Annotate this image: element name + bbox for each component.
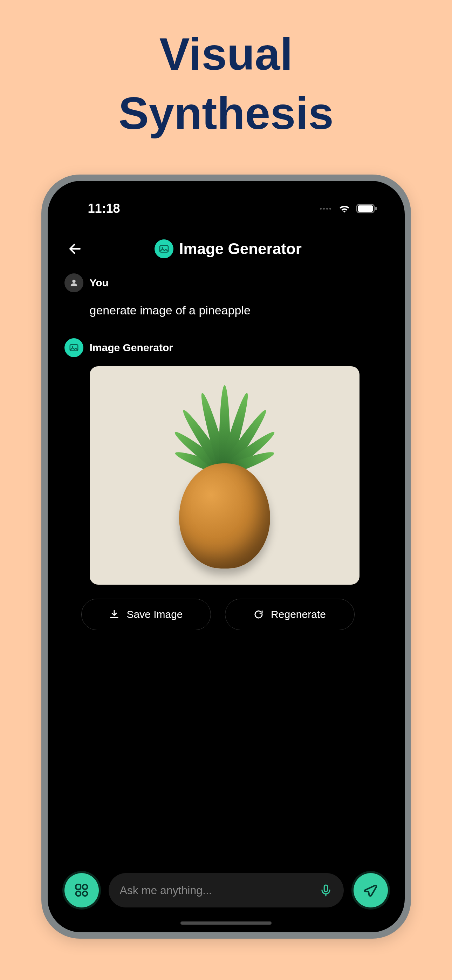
hero-title-line1: Visual: [159, 29, 293, 80]
svg-point-5: [72, 280, 75, 283]
user-message-header: You: [64, 274, 388, 292]
pineapple-illustration: [179, 463, 270, 568]
save-image-button[interactable]: Save Image: [81, 599, 211, 630]
status-right: [320, 204, 377, 213]
image-icon: [69, 342, 79, 353]
refresh-icon: [253, 609, 264, 620]
save-image-label: Save Image: [126, 608, 183, 620]
hero-title: Visual Synthesis: [118, 24, 334, 143]
home-indicator: [180, 921, 272, 924]
app-logo-icon: [154, 239, 173, 258]
bot-label: Image Generator: [90, 342, 173, 354]
header-center: Image Generator: [69, 239, 388, 258]
svg-point-11: [82, 891, 87, 896]
status-bar: 11:18: [48, 189, 405, 216]
svg-rect-12: [324, 885, 328, 892]
user-avatar: [64, 274, 83, 292]
svg-point-4: [162, 247, 163, 248]
cellular-dots-icon: [320, 208, 331, 210]
phone-mockup: 11:18: [41, 175, 411, 939]
user-label: You: [90, 277, 108, 289]
regenerate-label: Regenerate: [271, 608, 326, 620]
header-title: Image Generator: [179, 240, 302, 258]
apps-menu-button[interactable]: [64, 873, 99, 907]
generated-image[interactable]: [90, 366, 360, 585]
regenerate-button[interactable]: Regenerate: [225, 599, 355, 630]
microphone-icon: [319, 884, 333, 897]
text-input[interactable]: Ask me anything...: [108, 873, 344, 907]
image-actions: Save Image Regenerate: [81, 599, 388, 630]
send-icon: [363, 882, 379, 898]
send-button[interactable]: [353, 873, 388, 907]
chat-area: You generate image of a pineapple Image …: [48, 267, 405, 859]
app-header: Image Generator: [48, 216, 405, 267]
phone-screen: 11:18: [48, 181, 405, 932]
svg-point-10: [76, 891, 81, 896]
svg-point-9: [82, 885, 87, 889]
user-message-text: generate image of a pineapple: [90, 304, 388, 317]
input-placeholder: Ask me anything...: [120, 884, 314, 897]
svg-rect-8: [76, 885, 81, 889]
person-icon: [69, 278, 79, 288]
battery-icon: [357, 204, 377, 213]
bot-avatar: [64, 338, 83, 357]
svg-rect-1: [358, 205, 373, 212]
wifi-icon: [338, 204, 351, 213]
svg-rect-2: [375, 207, 377, 210]
bot-message-header: Image Generator: [64, 338, 388, 357]
hero-title-line2: Synthesis: [118, 88, 334, 139]
input-panel: Ask me anything...: [48, 859, 405, 917]
svg-rect-3: [160, 246, 168, 252]
apps-grid-icon: [74, 883, 89, 898]
svg-point-7: [72, 346, 73, 348]
status-time: 11:18: [88, 201, 120, 216]
microphone-button[interactable]: [319, 884, 333, 897]
download-icon: [109, 609, 119, 620]
svg-rect-6: [70, 345, 78, 351]
